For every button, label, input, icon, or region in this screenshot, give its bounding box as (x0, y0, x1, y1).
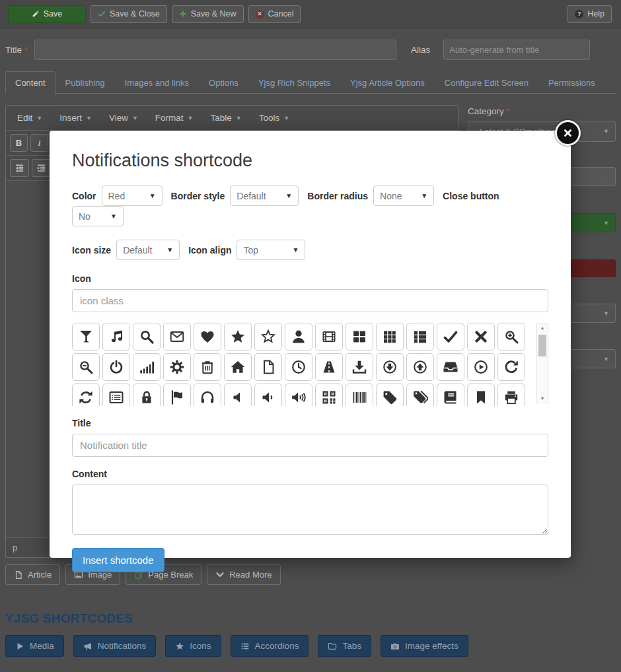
insert-shortcode-button[interactable]: Insert shortcode (72, 548, 164, 572)
border-style-select[interactable]: Default▼ (230, 185, 299, 206)
icon-cog[interactable] (163, 353, 191, 381)
play-circle-icon (473, 359, 489, 375)
icon-search-plus[interactable] (497, 323, 525, 351)
bold-button[interactable]: B (10, 134, 28, 152)
icon-grid-scrollbar[interactable]: ▲ ▼ (536, 323, 548, 403)
icon-search-minus[interactable] (72, 353, 100, 381)
modal-close-button[interactable] (555, 120, 581, 146)
icon-tags[interactable] (406, 384, 434, 406)
border-radius-select[interactable]: None▼ (373, 185, 434, 206)
icon-barcode[interactable] (346, 384, 373, 406)
icon-star-o[interactable] (254, 323, 282, 351)
icon-trash[interactable] (194, 353, 221, 381)
close-icon (563, 128, 573, 138)
icon-times[interactable] (467, 323, 495, 351)
icon-headphones[interactable] (194, 384, 221, 406)
icon-envelope[interactable] (163, 323, 191, 351)
icon-user[interactable] (285, 323, 312, 351)
icon-search[interactable] (133, 323, 161, 351)
tab-content[interactable]: Content (5, 71, 55, 94)
help-button[interactable]: ? Help (567, 5, 612, 23)
icon-power-off[interactable] (102, 353, 130, 381)
icon-music[interactable] (102, 323, 130, 351)
icon-volume-up[interactable] (285, 384, 312, 406)
scroll-down-icon[interactable]: ▼ (537, 396, 548, 401)
tab-yjsg-rich-snippets[interactable]: Yjsg Rich Snippets (248, 71, 340, 94)
save-button[interactable]: Save (8, 5, 86, 23)
notification-title-input[interactable] (72, 434, 548, 457)
yjsg-accordions-button[interactable]: Accordions (231, 635, 309, 657)
icon-play-circle[interactable] (467, 353, 495, 381)
barcode-icon (351, 389, 367, 405)
icon-inbox[interactable] (437, 353, 464, 381)
icon-flag[interactable] (163, 384, 191, 406)
icon-th-large[interactable] (346, 323, 373, 351)
icon-size-select[interactable]: Default▼ (116, 240, 180, 260)
icon-th-list[interactable] (406, 323, 434, 351)
icon-arrow-circle-up[interactable] (406, 353, 434, 381)
menu-edit[interactable]: Edit▼ (9, 109, 51, 127)
yjsg-media-button[interactable]: Media (5, 635, 64, 657)
icon-picker: ▲ ▼ (72, 323, 548, 406)
cancel-button[interactable]: ✕ Cancel (248, 5, 301, 23)
icon-star[interactable] (224, 323, 252, 351)
icon-heart[interactable] (194, 323, 221, 351)
icon-align-select[interactable]: Top▼ (237, 240, 305, 260)
icon-print[interactable] (497, 384, 525, 406)
indent-button[interactable] (32, 159, 51, 177)
icon-volume-off[interactable] (224, 384, 252, 406)
tab-configure-edit-screen[interactable]: Configure Edit Screen (435, 71, 538, 94)
italic-button[interactable]: I (30, 134, 48, 152)
save-new-button[interactable]: Save & New (172, 5, 244, 23)
icon-check[interactable] (437, 323, 464, 351)
save-close-button[interactable]: Save & Close (91, 5, 167, 23)
tab-images-and-links[interactable]: Images and links (115, 71, 200, 94)
chevron-down-icon: ▼ (280, 192, 292, 199)
icon-download[interactable] (346, 353, 373, 381)
icon-list-alt[interactable] (102, 384, 130, 406)
color-select[interactable]: Red▼ (102, 185, 163, 206)
yjsg-notifications-button[interactable]: Notifications (73, 635, 157, 657)
icon-qrcode[interactable] (315, 384, 343, 406)
article-button[interactable]: Article (5, 564, 60, 585)
close-button-select[interactable]: No▼ (72, 206, 124, 226)
icon-road[interactable] (315, 353, 343, 381)
element-path[interactable]: p (13, 543, 17, 553)
admin-toolbar: Save Save & Close Save & New ✕ Cancel ? … (0, 0, 621, 28)
yjsg-icons-button[interactable]: Icons (165, 635, 221, 657)
icon-arrow-circle-down[interactable] (376, 353, 404, 381)
icon-file[interactable] (254, 353, 282, 381)
menu-table[interactable]: Table▼ (202, 109, 250, 127)
alias-input[interactable] (443, 40, 590, 60)
icon-signal[interactable] (133, 353, 161, 381)
icon-film[interactable] (315, 323, 343, 351)
icon-volume-down[interactable] (254, 384, 282, 406)
icon-refresh[interactable] (72, 384, 100, 406)
icon-class-input[interactable] (72, 289, 548, 312)
icon-tag[interactable] (376, 384, 404, 406)
yjsg-tabs-button[interactable]: Tabs (318, 635, 371, 657)
icon-home[interactable] (224, 353, 252, 381)
menu-view[interactable]: View▼ (100, 109, 147, 127)
modal-options-row2: Icon sizeDefault▼Icon alignTop▼ (72, 240, 548, 260)
scroll-up-icon[interactable]: ▲ (537, 325, 548, 330)
icon-book[interactable] (437, 384, 464, 406)
menu-tools[interactable]: Tools▼ (250, 109, 298, 127)
tab-options[interactable]: Options (199, 71, 248, 94)
icon-clock[interactable] (285, 353, 312, 381)
icon-repeat[interactable] (497, 353, 525, 381)
tab-publishing[interactable]: Publishing (55, 71, 115, 94)
icon-th[interactable] (376, 323, 404, 351)
title-input[interactable] (34, 40, 396, 60)
tab-permissions[interactable]: Permissions (538, 71, 605, 94)
notification-content-textarea[interactable] (72, 485, 548, 535)
icon-glass[interactable] (72, 323, 100, 351)
icon-bookmark[interactable] (467, 384, 495, 406)
tab-yjsg-article-options[interactable]: Yjsg Article Options (340, 71, 435, 94)
scrollbar-thumb[interactable] (538, 335, 546, 356)
outdent-button[interactable] (10, 159, 29, 177)
icon-lock[interactable] (133, 384, 161, 406)
menu-format[interactable]: Format▼ (147, 109, 202, 127)
yjsg-image-effects-button[interactable]: Image effects (381, 635, 468, 657)
menu-insert[interactable]: Insert▼ (51, 109, 100, 127)
